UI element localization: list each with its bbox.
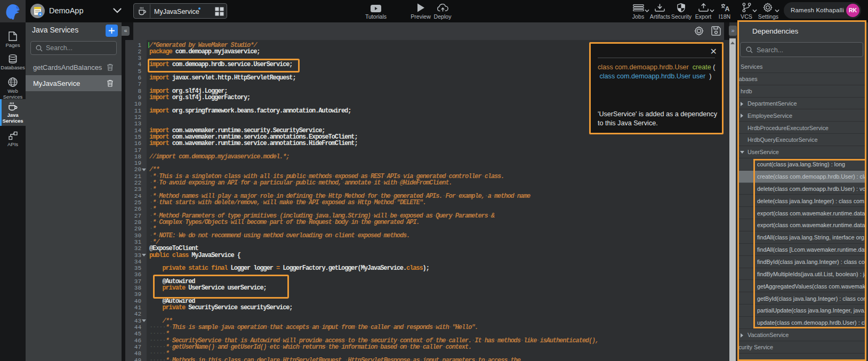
svg-text:A: A	[725, 5, 729, 12]
